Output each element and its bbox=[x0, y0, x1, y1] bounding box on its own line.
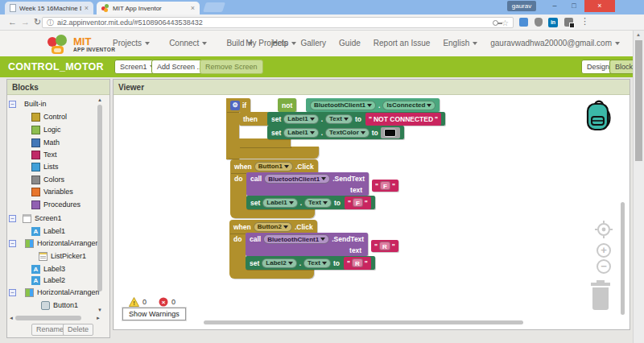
palette-category-text[interactable]: Text bbox=[31, 149, 57, 160]
logic-not-block[interactable]: not bbox=[278, 98, 296, 112]
set-label1-textcolor-block[interactable]: set Label1 . TextColor to bbox=[267, 126, 404, 139]
canvas-horizontal-scrollbar[interactable] bbox=[204, 320, 523, 324]
collapse-icon[interactable]: − bbox=[9, 101, 16, 108]
collapse-icon[interactable]: − bbox=[9, 240, 16, 247]
tree-node-builtin[interactable]: − Built-in bbox=[9, 98, 47, 110]
tree-node-horizontalarrangement2[interactable]: − HorizontalArrangemer bbox=[9, 287, 100, 298]
link-my-projects[interactable]: My Projects bbox=[246, 39, 287, 48]
quote-icon: " bbox=[392, 242, 395, 250]
browser-tab-2-active[interactable]: MIT App Inventor × bbox=[97, 2, 200, 14]
menu-connect[interactable]: Connect bbox=[169, 39, 207, 48]
palette-category-variables[interactable]: Variables bbox=[31, 186, 73, 197]
scrollbar-thumb[interactable] bbox=[635, 40, 642, 161]
window-maximize-button[interactable]: □ bbox=[565, 0, 583, 12]
scroll-right-icon[interactable]: ► bbox=[96, 316, 101, 320]
link-gallery[interactable]: Gallery bbox=[300, 39, 326, 48]
palette-category-lists[interactable]: Lists bbox=[31, 161, 59, 172]
reload-icon[interactable]: ↻ bbox=[34, 17, 41, 27]
zoom-out-button[interactable]: − bbox=[597, 259, 611, 274]
window-minimize-button[interactable]: – bbox=[546, 0, 564, 12]
when-row[interactable]: when Button2 .Click bbox=[229, 220, 317, 233]
url-input[interactable]: ⓘ ai2.appinventor.mit.edu/#5108906443538… bbox=[42, 17, 514, 28]
trash-icon[interactable] bbox=[588, 283, 613, 312]
palette-title: Blocks bbox=[7, 80, 109, 95]
warning-counter[interactable]: ! 0 bbox=[129, 297, 147, 307]
palette-category-control[interactable]: Control bbox=[31, 111, 67, 122]
tab-close-icon[interactable]: × bbox=[191, 4, 195, 12]
call-sendtext-block[interactable]: call BluetoothClient1 .SendText text bbox=[246, 172, 369, 196]
text-string-block[interactable]: " R " bbox=[344, 257, 371, 270]
browser-tab-1[interactable]: Week 15 16Machine De… × bbox=[5, 2, 93, 14]
forward-icon[interactable]: → bbox=[21, 17, 30, 27]
palette-vertical-scrollbar[interactable]: ▲ ▼ bbox=[97, 97, 103, 313]
palette-category-colors[interactable]: Colors bbox=[31, 174, 64, 185]
tree-node-label2[interactable]: ALabel2 bbox=[31, 275, 65, 286]
account-menu[interactable]: gauravwadhwa20000@gmail.com bbox=[490, 39, 620, 48]
tree-node-label3[interactable]: ALabel3 bbox=[31, 263, 65, 275]
scrollbar-thumb[interactable] bbox=[15, 316, 81, 320]
label-icon: A bbox=[31, 276, 40, 285]
if-row[interactable]: ⚙ if bbox=[226, 98, 250, 112]
canvas-vertical-scrollbar[interactable] bbox=[621, 202, 625, 315]
scroll-left-icon[interactable]: ◄ bbox=[9, 316, 14, 320]
error-icon: × bbox=[159, 297, 168, 307]
tree-node-screen1[interactable]: − Screen1 bbox=[9, 213, 62, 224]
back-icon[interactable]: ← bbox=[8, 17, 17, 27]
listpicker-icon bbox=[39, 252, 47, 261]
mutator-gear-icon[interactable]: ⚙ bbox=[230, 101, 240, 110]
isconnected-getter-block[interactable]: BluetoothClient1 . IsConnected bbox=[306, 98, 440, 112]
extension-icon-blue[interactable] bbox=[519, 18, 528, 27]
browser-profile-badge[interactable]: gaurav bbox=[507, 1, 536, 11]
language-selector[interactable]: English bbox=[443, 39, 477, 48]
scroll-down-icon[interactable]: ▼ bbox=[97, 308, 102, 312]
scroll-up-icon[interactable]: ▲ bbox=[97, 97, 102, 102]
chevron-down-icon bbox=[322, 262, 327, 265]
delete-button[interactable]: Delete bbox=[63, 324, 93, 336]
text-string-block[interactable]: " F " bbox=[345, 196, 371, 209]
tree-node-horizontalarrangement1[interactable]: − HorizontalArrangemer bbox=[9, 238, 100, 249]
text-string-block[interactable]: " NOT CONNECTED " bbox=[365, 113, 441, 126]
set-label2-text-block[interactable]: set Label2 . Text to " R " bbox=[246, 256, 375, 270]
when-row[interactable]: when Button1 .Click bbox=[230, 159, 318, 173]
palette-horizontal-scrollbar[interactable]: ◄ ► bbox=[9, 315, 102, 321]
center-blocks-icon[interactable] bbox=[594, 220, 613, 239]
key-icon[interactable] bbox=[493, 20, 498, 26]
link-guide[interactable]: Guide bbox=[339, 39, 361, 48]
zoom-in-button[interactable]: + bbox=[597, 243, 611, 258]
set-label1-text-block[interactable]: set Label1 . Text to " NOT CONNECTED " bbox=[267, 112, 445, 126]
new-tab-button[interactable] bbox=[203, 2, 225, 12]
show-warnings-button[interactable]: Show Warnings bbox=[122, 308, 186, 320]
palette-category-procedures[interactable]: Procedures bbox=[31, 199, 80, 210]
link-report-issue[interactable]: Report an Issue bbox=[374, 39, 431, 48]
collapse-icon[interactable]: − bbox=[9, 289, 16, 296]
scroll-up-icon[interactable]: ▲ bbox=[636, 32, 641, 37]
text-string-block[interactable]: " F " bbox=[372, 180, 398, 192]
tree-node-listpicker1[interactable]: ListPicker1 bbox=[39, 250, 86, 262]
shield-extension-icon[interactable] bbox=[535, 18, 543, 27]
backpack-icon[interactable] bbox=[584, 97, 615, 136]
collapse-icon[interactable]: − bbox=[9, 215, 16, 222]
menu-projects[interactable]: Projects bbox=[113, 39, 150, 48]
window-close-button[interactable]: × bbox=[584, 0, 615, 12]
browser-tab-strip: Week 15 16Machine De… × MIT App Inventor… bbox=[0, 0, 644, 14]
text-string-block[interactable]: " R " bbox=[371, 240, 398, 252]
call-sendtext-block[interactable]: call BluetoothClient1 .SendText text bbox=[246, 233, 368, 256]
tree-node-label1[interactable]: ALabel1 bbox=[31, 225, 65, 237]
extension-icon-badged[interactable] bbox=[564, 18, 573, 27]
linkedin-extension-icon[interactable]: in bbox=[548, 18, 558, 27]
scrollbar-thumb[interactable] bbox=[97, 105, 102, 291]
blocks-canvas[interactable]: ⚙ if then not BluetoothClient1 . IsConne… bbox=[114, 95, 630, 329]
color-black-block[interactable] bbox=[381, 127, 400, 138]
set-label1-text-block[interactable]: set Label1 . Text to " F " bbox=[246, 196, 375, 209]
palette-category-logic[interactable]: Logic bbox=[31, 124, 61, 135]
browser-menu-icon[interactable]: ⋮ bbox=[580, 16, 589, 27]
tab-close-icon[interactable]: × bbox=[85, 4, 89, 12]
control-swatch-icon bbox=[31, 113, 40, 122]
bookmark-star-icon[interactable]: ☆ bbox=[502, 19, 509, 27]
tree-node-button1[interactable]: Button1 bbox=[41, 300, 78, 311]
error-counter[interactable]: × 0 bbox=[159, 297, 175, 307]
browser-scrollbar[interactable]: ▲ bbox=[633, 31, 644, 343]
palette-category-math[interactable]: Math bbox=[31, 137, 60, 148]
label-icon: A bbox=[31, 227, 40, 236]
info-icon[interactable]: ⓘ bbox=[47, 18, 54, 28]
